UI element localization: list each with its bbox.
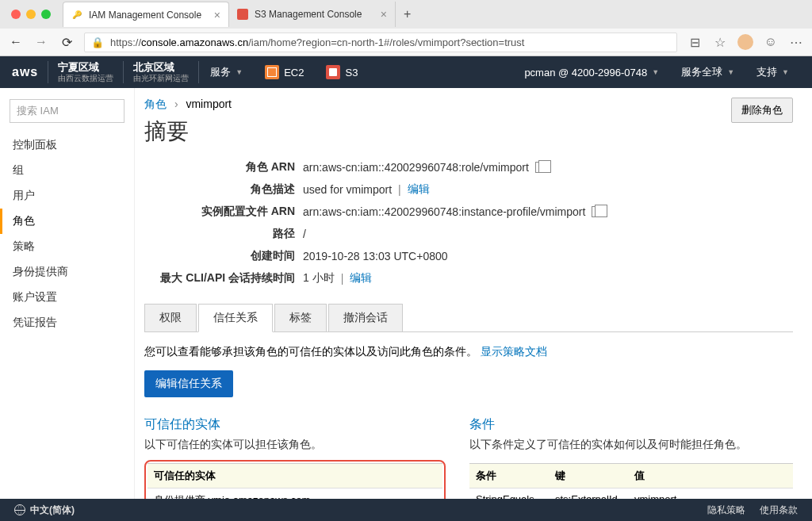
maximize-window-icon[interactable] xyxy=(41,10,51,19)
delete-role-button[interactable]: 删除角色 xyxy=(731,98,793,123)
services-label: 服务 xyxy=(210,65,231,79)
region-name: 宁夏区域 xyxy=(58,61,113,74)
refresh-button[interactable]: ⟳ xyxy=(59,34,75,50)
conditions-subtext: 以下条件定义了可信任的实体如何以及何时能担任角色。 xyxy=(469,438,793,452)
favorite-icon[interactable]: ☆ xyxy=(712,34,728,50)
chevron-down-icon: ▼ xyxy=(652,68,659,76)
chevron-down-icon: ▼ xyxy=(236,68,243,76)
region-name: 北京区域 xyxy=(133,61,189,74)
copy-icon[interactable] xyxy=(535,162,546,173)
region-beijing[interactable]: 北京区域 由光环新网运营 xyxy=(124,61,199,83)
edit-link[interactable]: 编辑 xyxy=(350,271,372,285)
tab-title: IAM Management Console xyxy=(89,10,201,21)
edit-link[interactable]: 编辑 xyxy=(408,182,430,197)
sidebar-item-5[interactable]: 身份提供商 xyxy=(0,259,134,285)
s3-icon xyxy=(326,65,340,79)
region-menu[interactable]: 服务全球 ▼ xyxy=(670,56,745,88)
sidebar-item-7[interactable]: 凭证报告 xyxy=(0,310,134,335)
url-text: https://console.amazonaws.cn/iam/home?re… xyxy=(110,36,524,48)
copy-icon[interactable] xyxy=(592,206,603,217)
sidebar-item-1[interactable]: 组 xyxy=(0,158,134,183)
summary-label: 最大 CLI/API 会话持续时间 xyxy=(144,271,303,285)
sidebar-item-6[interactable]: 账户设置 xyxy=(0,285,134,310)
aws-logo-text: aws xyxy=(12,65,38,79)
more-icon[interactable]: ⋯ xyxy=(788,34,804,50)
cond-cell: vmimport xyxy=(634,493,787,499)
privacy-link[interactable]: 隐私策略 xyxy=(707,504,745,517)
globe-icon xyxy=(14,504,25,515)
trusted-table-row: 身份提供商 vmie.amazonaws.com xyxy=(147,488,442,499)
ec2-shortcut[interactable]: EC2 xyxy=(254,56,315,88)
trusted-subtext: 以下可信任的实体可以担任该角色。 xyxy=(144,438,446,452)
s3-favicon-icon xyxy=(237,9,248,20)
role-tab-3[interactable]: 撤消会话 xyxy=(328,304,403,331)
summary-row: 角色描述used for vmimport | 编辑 xyxy=(144,178,793,201)
support-label: 支持 xyxy=(756,65,777,79)
sidebar-item-3[interactable]: 角色 xyxy=(0,209,134,234)
summary-value: used for vmimport | 编辑 xyxy=(303,182,793,197)
role-tab-1[interactable]: 信任关系 xyxy=(198,304,273,332)
language-selector[interactable]: 中文(简体) xyxy=(30,504,75,517)
cond-hdr-value: 值 xyxy=(634,469,787,483)
region-ningxia[interactable]: 宁夏区域 由西云数据运营 xyxy=(48,61,124,83)
summary-value: arn:aws-cn:iam::420029960748:instance-pr… xyxy=(303,205,793,219)
aws-logo[interactable]: aws xyxy=(12,65,48,79)
tab-close-icon[interactable]: × xyxy=(214,9,220,21)
cond-hdr-condition: 条件 xyxy=(476,469,555,483)
tab-title: S3 Management Console xyxy=(255,9,362,20)
url-scheme: https:// xyxy=(110,36,141,48)
conditions-col: 条件 以下条件定义了可信任的实体如何以及何时能担任角色。 条件 键 值 Stri… xyxy=(469,416,793,499)
profile-avatar[interactable] xyxy=(737,34,753,50)
role-tab-0[interactable]: 权限 xyxy=(144,304,197,331)
iam-sidebar: 搜索 IAM 控制面板组用户角色策略身份提供商账户设置凭证报告 xyxy=(0,88,135,499)
trusted-table: 可信任的实体 身份提供商 vmie.amazonaws.com xyxy=(147,463,442,499)
close-window-icon[interactable] xyxy=(11,10,21,19)
browser-tab-s3[interactable]: S3 Management Console × xyxy=(229,2,396,27)
minimize-window-icon[interactable] xyxy=(26,10,36,19)
support-menu[interactable]: 支持 ▼ xyxy=(745,56,800,88)
url-domain: console.amazonaws.cn xyxy=(141,36,248,48)
back-button[interactable]: ← xyxy=(8,34,24,50)
summary-value-text: 2019-10-28 13:03 UTC+0800 xyxy=(303,250,448,262)
s3-shortcut[interactable]: S3 xyxy=(315,56,369,88)
new-tab-button[interactable]: + xyxy=(396,7,419,21)
summary-value-text: / xyxy=(303,228,306,240)
terms-link[interactable]: 使用条款 xyxy=(760,504,798,517)
sidebar-search-input[interactable]: 搜索 IAM xyxy=(10,99,124,123)
summary-row: 创建时间2019-10-28 13:03 UTC+0800 xyxy=(144,245,793,267)
summary-label: 角色 ARN xyxy=(144,160,303,174)
services-menu[interactable]: 服务 ▼ xyxy=(199,56,254,88)
sidebar-item-2[interactable]: 用户 xyxy=(0,183,134,209)
region-desc: 由光环新网运营 xyxy=(133,74,189,83)
trust-tab-content: 您可以查看能够承担该角色的可信任的实体以及访问此角色的条件。 显示策略文档 编辑… xyxy=(144,332,793,499)
s3-label: S3 xyxy=(345,67,358,79)
breadcrumb-root[interactable]: 角色 xyxy=(144,98,167,110)
aws-footer: 中文(简体) 隐私策略 使用条款 xyxy=(0,499,812,521)
sidebar-item-0[interactable]: 控制面板 xyxy=(0,132,134,158)
breadcrumb-leaf: vmimport xyxy=(186,98,232,110)
edit-trust-button[interactable]: 编辑信任关系 xyxy=(144,370,233,397)
breadcrumb: 角色 › vmimport xyxy=(144,98,793,112)
account-menu[interactable]: pcman @ 4200-2996-0748 ▼ xyxy=(513,56,670,88)
trust-intro-text: 您可以查看能够承担该角色的可信任的实体以及访问此角色的条件。 xyxy=(144,345,477,358)
sidebar-item-4[interactable]: 策略 xyxy=(0,234,134,259)
forward-button[interactable]: → xyxy=(33,34,49,50)
chevron-down-icon: ▼ xyxy=(727,68,734,76)
url-input[interactable]: 🔒 https://console.amazonaws.cn/iam/home?… xyxy=(84,33,677,52)
page-title: 摘要 xyxy=(144,117,793,147)
show-policy-link[interactable]: 显示策略文档 xyxy=(481,345,547,358)
url-path: /iam/home?region=cn-north-1#/roles/vmimp… xyxy=(248,36,524,48)
browser-tab-iam[interactable]: 🔑 IAM Management Console × xyxy=(63,2,229,27)
ec2-label: EC2 xyxy=(284,67,304,79)
region-menu-label: 服务全球 xyxy=(681,65,722,79)
summary-label: 实例配置文件 ARN xyxy=(144,205,303,219)
summary-row: 路径/ xyxy=(144,223,793,245)
tab-close-icon[interactable]: × xyxy=(381,8,387,21)
address-bar: ← → ⟳ 🔒 https://console.amazonaws.cn/iam… xyxy=(0,29,812,56)
account-label: pcman @ 4200-2996-0748 xyxy=(524,67,647,79)
reader-icon[interactable]: ⊟ xyxy=(687,34,703,50)
face-icon[interactable]: ☺ xyxy=(763,34,779,50)
summary-value: 1 小时 | 编辑 xyxy=(303,271,793,285)
summary-value-text: arn:aws-cn:iam::420029960748:instance-pr… xyxy=(303,205,585,218)
role-tab-2[interactable]: 标签 xyxy=(274,304,327,331)
